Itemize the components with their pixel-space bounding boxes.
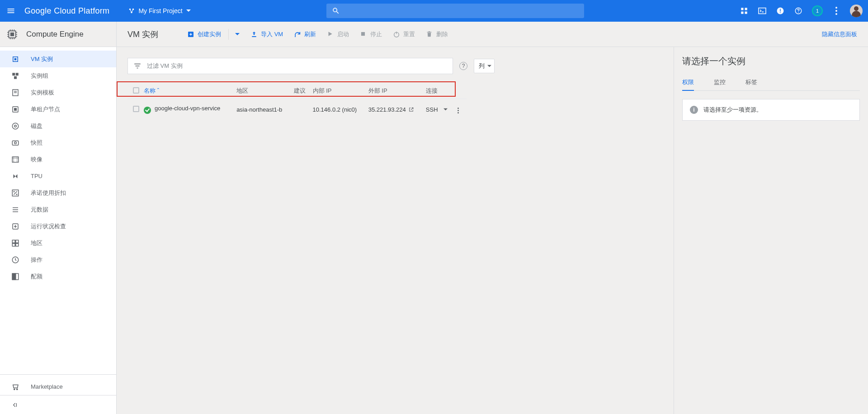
image-icon bbox=[11, 155, 19, 164]
sidebar-item-sole-tenant[interactable]: 单租户节点 bbox=[0, 101, 116, 118]
sidebar-item-disks[interactable]: 磁盘 bbox=[0, 118, 116, 134]
zone-icon bbox=[11, 239, 19, 247]
column-header-connect[interactable]: 连接 bbox=[426, 83, 456, 99]
svg-rect-4 bbox=[745, 8, 747, 10]
sidebar-item-health-checks[interactable]: 运行状况检查 bbox=[0, 218, 116, 235]
stop-button: 停止 bbox=[360, 30, 382, 38]
select-all-checkbox[interactable] bbox=[133, 87, 139, 94]
cloud-shell-icon[interactable] bbox=[758, 6, 767, 15]
sidebar-item-operations[interactable]: 操作 bbox=[0, 251, 116, 268]
account-avatar[interactable] bbox=[850, 5, 863, 17]
svg-point-26 bbox=[12, 123, 19, 129]
ssh-button[interactable]: SSH bbox=[426, 106, 448, 113]
project-icon bbox=[128, 8, 135, 14]
sidebar-item-zones[interactable]: 地区 bbox=[0, 235, 116, 251]
sidebar-item-metadata[interactable]: 元数据 bbox=[0, 201, 116, 218]
play-icon bbox=[327, 31, 334, 38]
svg-rect-6 bbox=[745, 12, 747, 14]
metadata-icon bbox=[11, 206, 19, 214]
columns-selector[interactable]: 列 bbox=[474, 59, 495, 73]
sidebar-item-snapshots[interactable]: 快照 bbox=[0, 134, 116, 151]
svg-rect-21 bbox=[16, 73, 19, 75]
hide-info-panel-button[interactable]: 隐藏信息面板 bbox=[822, 30, 857, 38]
refresh-button[interactable]: 刷新 bbox=[294, 30, 316, 38]
sidebar-item-instance-groups[interactable]: 实例组 bbox=[0, 67, 116, 84]
service-header[interactable]: Compute Engine bbox=[0, 22, 116, 47]
column-header-internal-ip[interactable]: 内部 IP bbox=[313, 83, 368, 99]
svg-rect-7 bbox=[759, 8, 766, 14]
filter-help-icon[interactable]: ? bbox=[459, 62, 467, 70]
compute-engine-icon bbox=[6, 28, 18, 40]
svg-rect-30 bbox=[12, 157, 19, 162]
svg-rect-41 bbox=[12, 273, 16, 280]
svg-rect-36 bbox=[16, 240, 19, 243]
filter-input[interactable]: 过滤 VM 实例 bbox=[127, 58, 453, 74]
create-instance-button[interactable]: 创建实例 bbox=[187, 30, 221, 38]
global-search-input[interactable] bbox=[326, 4, 584, 18]
group-icon bbox=[11, 72, 19, 80]
tab-permissions[interactable]: 权限 bbox=[682, 78, 694, 91]
import-vm-button[interactable]: 导入 VM bbox=[250, 30, 283, 38]
notifications-badge[interactable]: 1 bbox=[812, 5, 823, 16]
sidebar-item-templates[interactable]: 实例模板 bbox=[0, 84, 116, 101]
info-message-box: i 请选择至少一项资源。 bbox=[682, 99, 860, 121]
dropdown-icon bbox=[443, 108, 448, 112]
cell-external-ip[interactable]: 35.221.93.224 bbox=[368, 106, 406, 113]
refresh-icon bbox=[294, 31, 301, 38]
collapse-sidebar-button[interactable] bbox=[0, 395, 116, 414]
column-header-external-ip[interactable]: 外部 IP bbox=[368, 83, 426, 99]
nav-list[interactable]: VM 实例 实例组 实例模板 单租户节点 磁盘 快照 映像 TPU 承诺使用折扣… bbox=[0, 47, 116, 374]
reset-button: 重置 bbox=[393, 30, 415, 38]
product-logo-text[interactable]: Google Cloud Platform bbox=[24, 6, 109, 16]
svg-point-14 bbox=[835, 10, 837, 12]
start-button: 启动 bbox=[327, 30, 349, 38]
instance-name[interactable]: google-cloud-vpn-service bbox=[155, 105, 220, 112]
more-icon[interactable] bbox=[832, 6, 841, 15]
svg-rect-38 bbox=[16, 243, 19, 246]
project-name: My First Project bbox=[138, 7, 182, 14]
svg-rect-19 bbox=[14, 58, 17, 60]
row-checkbox[interactable] bbox=[133, 106, 139, 112]
create-dropdown-button[interactable] bbox=[235, 32, 240, 37]
project-selector[interactable]: My First Project bbox=[128, 7, 190, 14]
health-icon bbox=[11, 222, 19, 231]
sidebar-item-quotas[interactable]: 配额 bbox=[0, 268, 116, 285]
column-header-name[interactable]: 名称 ˆ bbox=[144, 83, 236, 99]
svg-rect-46 bbox=[361, 32, 365, 35]
svg-rect-10 bbox=[780, 12, 781, 13]
template-icon bbox=[11, 89, 19, 97]
svg-point-13 bbox=[835, 7, 837, 9]
help-icon[interactable] bbox=[794, 6, 803, 15]
dropdown-icon bbox=[186, 9, 191, 13]
svg-rect-45 bbox=[252, 36, 256, 37]
alert-icon[interactable] bbox=[776, 6, 785, 15]
open-external-icon[interactable] bbox=[408, 107, 414, 113]
info-panel: 请选择一个实例 权限 监控 标签 i 请选择至少一项资源。 bbox=[674, 47, 868, 414]
tab-monitoring[interactable]: 监控 bbox=[714, 78, 726, 90]
sidebar-item-commitments[interactable]: 承诺使用折扣 bbox=[0, 184, 116, 201]
sidebar-item-marketplace[interactable]: Marketplace bbox=[0, 378, 116, 395]
table-row[interactable]: google-cloud-vpn-service asia-northeast1… bbox=[127, 99, 467, 120]
cell-zone: asia-northeast1-b bbox=[236, 99, 294, 120]
tab-labels[interactable]: 标签 bbox=[745, 78, 757, 90]
svg-rect-25 bbox=[14, 108, 17, 110]
disk-icon bbox=[11, 122, 19, 130]
power-icon bbox=[393, 31, 400, 38]
row-more-actions-icon[interactable] bbox=[456, 106, 461, 115]
column-header-zone[interactable]: 地区 bbox=[236, 83, 294, 99]
status-running-icon bbox=[144, 107, 151, 114]
action-bar: VM 实例 创建实例 导入 VM 刷新 启动 停止 bbox=[117, 22, 868, 47]
svg-point-43 bbox=[17, 389, 18, 390]
svg-rect-37 bbox=[12, 243, 15, 246]
sidebar-item-vm-instances[interactable]: VM 实例 bbox=[0, 51, 116, 67]
node-icon bbox=[11, 105, 19, 113]
cell-recommendation bbox=[294, 99, 312, 120]
svg-point-33 bbox=[16, 193, 18, 195]
sidebar-item-images[interactable]: 映像 bbox=[0, 151, 116, 168]
sort-asc-icon: ˆ bbox=[157, 87, 159, 94]
sidebar-item-tpu[interactable]: TPU bbox=[0, 168, 116, 184]
svg-rect-9 bbox=[780, 9, 781, 12]
free-trial-icon[interactable] bbox=[740, 6, 749, 15]
hamburger-menu-icon[interactable] bbox=[5, 5, 16, 16]
column-header-recommendation[interactable]: 建议 bbox=[294, 83, 312, 99]
